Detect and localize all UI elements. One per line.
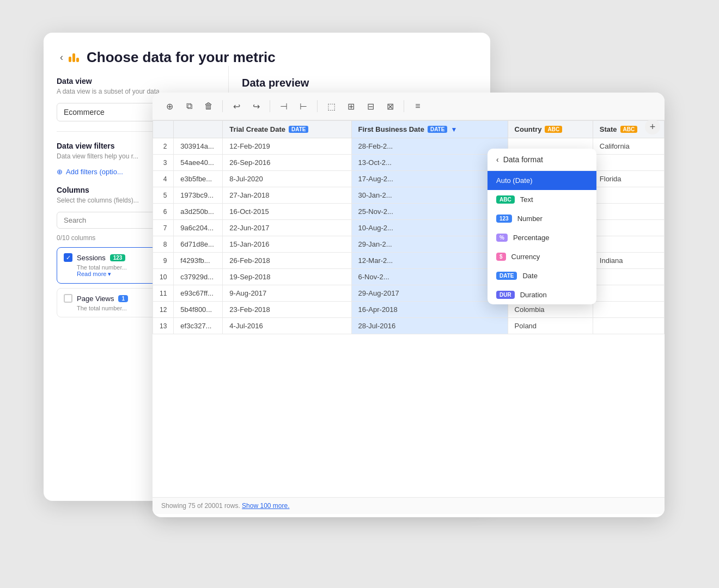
sessions-badge: 123 [110,254,126,261]
format-number[interactable]: 123 Number [488,209,596,228]
cell-state [593,269,664,285]
data-format-header[interactable]: ‹ Data format [488,149,596,171]
pageviews-checkbox[interactable] [64,294,72,303]
cell-trial-date: 19-Sep-2018 [223,269,351,285]
th-trial-date[interactable]: Trial Create Date DATE [223,121,351,138]
format-text[interactable]: ABC Text [488,190,596,209]
first-biz-date-label: First Business Date [358,125,424,133]
cell-first-biz-date: 17-Aug-2... [351,171,508,187]
pageviews-badge: 1 [118,295,128,302]
cell-state [593,187,664,204]
country-badge: ABC [545,126,562,133]
row-num: 5 [153,187,174,204]
th-first-biz-date[interactable]: First Business Date DATE ▼ [351,121,508,138]
row-num: 12 [153,302,174,318]
cell-id: c37929d... [174,269,223,285]
trial-date-label: Trial Create Date [229,125,285,133]
row-num: 3 [153,155,174,171]
footer-text: Showing 75 of 20001 rows. [161,502,240,510]
cell-state: Florida [593,171,664,187]
undo-button[interactable]: ↩ [228,98,245,114]
cell-first-biz-date: 28-Feb-2... [351,138,508,155]
th-inner-country: Country ABC [515,125,586,133]
plus-circle-icon: ⊕ [57,168,63,176]
data-view-title: Data view [57,77,215,85]
cell-state [593,220,664,236]
state-label: State [600,125,617,133]
cell-trial-date: 22-Jun-2017 [223,220,351,236]
grid-button-2[interactable]: ⊞ [343,98,359,114]
cell-id: 54aee40... [174,155,223,171]
show-more-link[interactable]: Show 100 more. [242,502,289,510]
chevron-left-icon: ‹ [496,155,499,164]
number-label: Number [517,215,543,223]
cell-state [593,236,664,253]
add-filter-label: Add filters (optio... [66,168,123,176]
cell-id: e93c67ff... [174,285,223,302]
align-right-button[interactable]: ⊢ [295,98,312,114]
dropdown-arrow-icon[interactable]: ▼ [450,126,457,133]
toolbar: ⊕ ⧉ 🗑 ↩ ↪ ⊣ ⊢ ⬚ ⊞ ⊟ ⊠ ≡ [153,93,665,120]
cell-state [593,204,664,220]
number-badge: 123 [496,215,512,223]
row-num: 11 [153,285,174,302]
add-column-button[interactable]: ⊕ [161,98,178,114]
row-num: 7 [153,220,174,236]
format-percentage[interactable]: % Percentage [488,228,596,247]
row-num: 9 [153,253,174,269]
date-label: Date [522,272,537,280]
page-title: Choose data for your metric [87,49,276,66]
pageviews-col-name: Page Views [77,295,114,303]
dur-badge: DUR [496,291,515,299]
cell-trial-date: 4-Jul-2016 [223,318,351,334]
sessions-col-name: Sessions [77,254,106,262]
cell-state [593,155,664,171]
toolbar-separator-3 [317,100,318,112]
th-inner-trial: Trial Create Date DATE [229,125,344,133]
delete-button[interactable]: 🗑 [200,98,217,114]
row-num: 2 [153,138,174,155]
toolbar-separator-1 [222,100,223,112]
data-preview-title: Data preview [242,77,477,89]
row-num: 6 [153,204,174,220]
cell-first-biz-date: 25-Nov-2... [351,204,508,220]
cell-trial-date: 9-Aug-2017 [223,285,351,302]
back-button[interactable]: ‹ [60,52,63,63]
th-country[interactable]: Country ABC [508,121,593,138]
sessions-checkbox[interactable]: ✓ [64,253,72,262]
toolbar-separator-2 [270,100,270,112]
cell-id: 1973bc9... [174,187,223,204]
cell-id: 303914a... [174,138,223,155]
cell-first-biz-date: 6-Nov-2... [351,269,508,285]
align-left-button[interactable]: ⊣ [276,98,292,114]
redo-button[interactable]: ↪ [248,98,264,114]
cell-state: California [593,138,664,155]
date-badge: DATE [496,272,517,280]
cell-first-biz-date: 29-Jan-2... [351,236,508,253]
cell-id: e3b5fbe... [174,171,223,187]
first-biz-date-badge: DATE [428,126,447,133]
format-auto-date[interactable]: Auto (Date) [488,171,596,190]
cell-country: Poland [508,318,593,334]
cell-trial-date: 16-Oct-2015 [223,204,351,220]
table-footer: Showing 75 of 20001 rows. Show 100 more. [153,497,665,514]
table-wrapper: Trial Create Date DATE First Business Da… [153,120,665,497]
trial-date-badge: DATE [289,126,308,133]
row-num: 4 [153,171,174,187]
th-empty [153,121,174,138]
filter-button[interactable]: ≡ [410,98,426,114]
data-format-dropdown: ‹ Data format Auto (Date) ABC Text 123 N… [488,149,596,304]
grid-button-3[interactable]: ⊟ [362,98,379,114]
grid-button-4[interactable]: ⊠ [382,98,398,114]
cell-first-biz-date: 29-Aug-2017 [351,285,508,302]
copy-button[interactable]: ⧉ [181,98,197,114]
cell-trial-date: 26-Sep-2016 [223,155,351,171]
format-duration[interactable]: DUR Duration [488,285,596,304]
format-currency[interactable]: $ Currency [488,247,596,266]
format-date[interactable]: DATE Date [488,266,596,285]
cell-id: f4293fb... [174,253,223,269]
grid-button-1[interactable]: ⬚ [323,98,339,114]
cell-state [593,318,664,334]
text-badge: ABC [496,195,515,204]
table-header-row: Trial Create Date DATE First Business Da… [153,121,665,138]
